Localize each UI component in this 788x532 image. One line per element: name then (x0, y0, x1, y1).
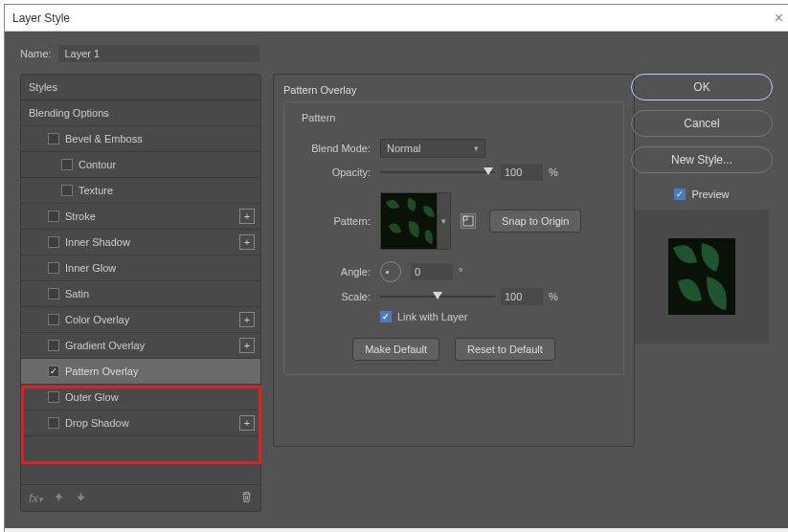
angle-input[interactable] (411, 263, 453, 280)
preview-label: Preview (691, 188, 729, 200)
drop-shadow-row[interactable]: Drop Shadow+ (21, 410, 260, 436)
styles-header[interactable]: Styles (21, 75, 260, 100)
angle-label: Angle: (294, 266, 371, 277)
cancel-button[interactable]: Cancel (631, 110, 773, 137)
blending-options-row[interactable]: Blending Options (21, 100, 260, 126)
satin-row[interactable]: Satin (21, 281, 260, 307)
fx-icon[interactable]: fx▾ (29, 491, 43, 505)
ok-button[interactable]: OK (631, 74, 773, 100)
preview-thumbnail (635, 210, 769, 344)
checkbox-icon[interactable] (48, 262, 59, 274)
checkbox-icon[interactable] (61, 159, 73, 170)
color-overlay-row[interactable]: Color Overlay+ (21, 307, 260, 333)
styles-list: Styles Blending Options Bevel & Emboss C… (20, 74, 261, 512)
arrow-up-icon[interactable] (53, 491, 65, 506)
checkbox-icon[interactable] (48, 417, 59, 429)
checkbox-icon[interactable] (61, 185, 73, 196)
checkbox-icon[interactable] (48, 366, 59, 377)
opacity-input[interactable] (501, 164, 543, 181)
inner-shadow-row[interactable]: Inner Shadow+ (21, 230, 260, 255)
pattern-overlay-row[interactable]: Pattern Overlay (21, 359, 260, 385)
stroke-row[interactable]: Stroke+ (21, 204, 260, 230)
reset-default-button[interactable]: Reset to Default (455, 338, 555, 361)
bevel-emboss-row[interactable]: Bevel & Emboss (21, 126, 260, 152)
outer-glow-row[interactable]: Outer Glow (21, 385, 260, 410)
texture-row[interactable]: Texture (21, 178, 260, 204)
preview-checkbox[interactable]: ✓ (674, 188, 686, 200)
angle-unit: ° (459, 266, 462, 277)
arrow-down-icon[interactable] (75, 491, 87, 506)
svg-rect-1 (463, 216, 473, 226)
add-icon[interactable]: + (239, 415, 255, 431)
chevron-down-icon: ▾ (474, 144, 479, 153)
panel-title: Pattern Overlay (283, 84, 624, 96)
scale-input[interactable] (501, 288, 543, 305)
pattern-overlay-panel: Pattern Overlay Pattern Blend Mode: Norm… (273, 74, 635, 447)
checkbox-icon[interactable] (48, 211, 59, 222)
link-with-layer-checkbox[interactable]: ✓ (380, 311, 392, 322)
checkbox-icon[interactable] (48, 288, 59, 299)
add-icon[interactable]: + (239, 209, 255, 224)
layer-name-input[interactable] (58, 45, 259, 62)
new-style-button[interactable]: New Style... (631, 146, 773, 173)
layer-style-dialog: Layer Style × Name: Styles Blending Opti… (4, 4, 788, 532)
checkbox-icon[interactable] (48, 236, 59, 248)
scale-slider[interactable] (380, 291, 495, 302)
opacity-label: Opacity: (294, 166, 371, 178)
add-icon[interactable]: + (239, 338, 255, 353)
blend-mode-label: Blend Mode: (294, 143, 371, 154)
group-title: Pattern (298, 112, 339, 123)
opacity-unit: % (549, 166, 558, 178)
pattern-thumbnail[interactable] (380, 192, 438, 250)
checkbox-icon[interactable] (48, 133, 59, 144)
snap-to-origin-button[interactable]: Snap to Origin (489, 210, 581, 233)
blend-mode-dropdown[interactable]: Normal▾ (380, 139, 485, 158)
add-icon[interactable]: + (239, 312, 255, 327)
add-icon[interactable]: + (239, 234, 255, 250)
link-with-layer-label: Link with Layer (397, 311, 467, 322)
close-icon[interactable]: × (775, 10, 783, 27)
new-pattern-icon[interactable] (461, 213, 476, 229)
gradient-overlay-row[interactable]: Gradient Overlay+ (21, 333, 260, 359)
scale-label: Scale: (294, 291, 371, 302)
scale-unit: % (549, 291, 558, 302)
make-default-button[interactable]: Make Default (352, 338, 439, 361)
name-label: Name: (20, 48, 51, 59)
checkbox-icon[interactable] (48, 391, 59, 403)
inner-glow-row[interactable]: Inner Glow (21, 255, 260, 281)
contour-row[interactable]: Contour (21, 152, 260, 178)
angle-dial[interactable] (380, 261, 401, 282)
dialog-title: Layer Style (12, 11, 70, 25)
pattern-dropdown-caret[interactable]: ▾ (438, 192, 451, 250)
svg-rect-2 (463, 216, 467, 220)
pattern-label: Pattern: (294, 215, 371, 227)
opacity-slider[interactable] (380, 166, 495, 178)
trash-icon[interactable] (240, 491, 253, 506)
checkbox-icon[interactable] (48, 340, 59, 351)
checkbox-icon[interactable] (48, 314, 59, 325)
titlebar: Layer Style × (5, 5, 788, 32)
